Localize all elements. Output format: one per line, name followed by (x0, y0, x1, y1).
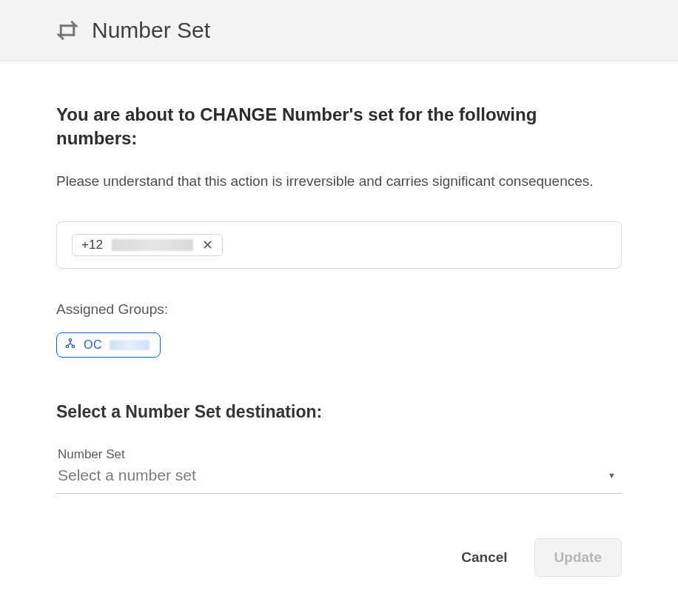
svg-point-4 (69, 339, 71, 341)
select-placeholder: Select a number set (58, 466, 620, 484)
action-bar: Cancel Update (56, 538, 622, 577)
page-header: Number Set (0, 0, 678, 61)
chevron-down-icon: ▼ (608, 471, 616, 480)
group-tree-icon (64, 338, 76, 352)
numbers-container: +12 ✕ (56, 221, 622, 269)
assigned-groups-section: Assigned Groups: OC (56, 301, 622, 358)
group-prefix: OC (84, 338, 102, 352)
number-set-select[interactable]: Number Set Select a number set ▼ (56, 447, 622, 494)
cancel-button[interactable]: Cancel (455, 539, 513, 576)
warning-heading: You are about to CHANGE Number's set for… (56, 103, 622, 151)
number-chip: +12 ✕ (72, 234, 223, 256)
group-chip[interactable]: OC (56, 332, 161, 358)
remove-number-icon[interactable]: ✕ (201, 238, 215, 252)
page-title: Number Set (92, 18, 210, 43)
update-button[interactable]: Update (534, 538, 622, 577)
content-area: You are about to CHANGE Number's set for… (0, 61, 678, 599)
number-prefix: +12 (81, 238, 103, 252)
assigned-groups-label: Assigned Groups: (56, 301, 622, 318)
warning-subtext: Please understand that this action is ir… (56, 170, 622, 192)
group-redacted (110, 340, 150, 350)
number-redacted (112, 239, 193, 251)
swap-icon (56, 19, 78, 41)
select-label: Number Set (58, 447, 620, 462)
destination-title: Select a Number Set destination: (56, 402, 622, 422)
